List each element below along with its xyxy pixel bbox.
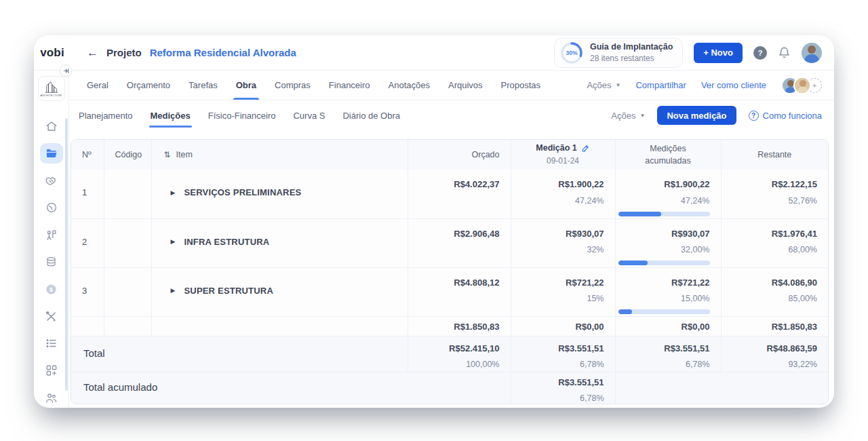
measurement-cell: R$0,00 bbox=[511, 316, 615, 336]
coins-icon[interactable] bbox=[40, 252, 63, 272]
tab-compras[interactable]: Compras bbox=[275, 71, 311, 100]
subtab-planejamento[interactable]: Planejamento bbox=[79, 100, 133, 130]
expand-row-icon[interactable]: ▶ bbox=[171, 287, 176, 294]
company-logo-caption: ARCHITECTURE bbox=[40, 94, 62, 97]
measurement-cell[interactable]: R$930,0732% bbox=[511, 218, 615, 267]
table-row: 2 ▶ INFRA ESTRUTURA R$2.906,48 R$930,073 bbox=[71, 218, 828, 267]
col-header-budget: Orçado bbox=[408, 140, 511, 170]
measurement-cell[interactable]: R$1.900,2247,24% bbox=[511, 170, 615, 218]
remaining-cell: R$1.850,83 bbox=[721, 316, 828, 336]
tab-arquivos[interactable]: Arquivos bbox=[448, 71, 483, 100]
row-code bbox=[104, 316, 151, 336]
expand-sidebar-icon[interactable] bbox=[60, 64, 72, 77]
tab-obra[interactable]: Obra bbox=[236, 71, 256, 100]
tab-anotacoes[interactable]: Anotações bbox=[389, 71, 430, 100]
list-icon[interactable] bbox=[40, 333, 63, 353]
progress-bar bbox=[618, 309, 710, 314]
budget-cell: R$4.808,12 bbox=[408, 267, 511, 316]
sort-icon[interactable]: ⇅ bbox=[164, 150, 171, 159]
dollar-icon[interactable]: $ bbox=[40, 279, 63, 299]
guide-progress-ring: 30% bbox=[560, 41, 583, 64]
home-icon[interactable] bbox=[40, 116, 63, 136]
share-link[interactable]: Compartilhar bbox=[635, 80, 686, 90]
budget-cell: R$2.906,48 bbox=[408, 218, 511, 267]
total-remaining-cell: R$48.863,5993,22% bbox=[721, 336, 828, 372]
remaining-cell: R$2.122,1552,76% bbox=[721, 170, 828, 218]
progress-bar bbox=[618, 212, 710, 216]
help-icon[interactable]: ? bbox=[753, 46, 767, 60]
accumulated-cell: R$721,2215,00% bbox=[615, 267, 721, 316]
edit-measurement-icon[interactable] bbox=[581, 144, 590, 153]
handshake-icon[interactable] bbox=[40, 170, 63, 191]
guide-title: Guia de Implantação bbox=[590, 41, 673, 53]
remaining-cell: R$4.086,9085,00% bbox=[721, 267, 828, 316]
total-accumulated-cell: R$3.551,516,78% bbox=[615, 336, 721, 372]
measurement-date: 09-01-24 bbox=[511, 155, 615, 167]
measurement-cell[interactable]: R$721,2215% bbox=[511, 267, 615, 316]
app-window: vobi ← Projeto Reforma Residencial Alvor… bbox=[34, 35, 834, 408]
implementation-guide-card[interactable]: 30% Guia de Implantação 28 itens restant… bbox=[554, 38, 683, 68]
row-code bbox=[104, 267, 151, 316]
row-code bbox=[104, 170, 151, 218]
gauge-icon[interactable] bbox=[40, 197, 63, 218]
chevron-down-icon: ▼ bbox=[639, 113, 645, 119]
col-header-num: Nº bbox=[71, 140, 104, 170]
remaining-cell: R$1.976,4168,00% bbox=[721, 218, 828, 267]
row-number: 3 bbox=[71, 267, 104, 316]
project-title-link[interactable]: Reforma Residencial Alvorada bbox=[150, 47, 296, 58]
total-measurement-cell: R$3.551,516,78% bbox=[511, 336, 615, 372]
row-item: ▶ INFRA ESTRUTURA bbox=[151, 218, 408, 267]
new-measurement-button[interactable]: Nova medição bbox=[657, 106, 736, 125]
back-arrow-icon[interactable]: ← bbox=[87, 46, 98, 60]
users-icon[interactable] bbox=[40, 387, 63, 408]
team-avatar-2[interactable] bbox=[793, 77, 811, 94]
tab-geral[interactable]: Geral bbox=[87, 71, 108, 100]
tab-propostas[interactable]: Propostas bbox=[501, 71, 541, 100]
worker-icon[interactable] bbox=[40, 225, 63, 245]
tools-icon[interactable] bbox=[40, 306, 63, 326]
row-number: 1 bbox=[71, 170, 104, 218]
vobi-logo: vobi bbox=[34, 46, 71, 60]
new-button[interactable]: + Novo bbox=[694, 43, 743, 63]
top-bar: vobi ← Projeto Reforma Residencial Alvor… bbox=[34, 35, 834, 71]
row-number bbox=[71, 316, 104, 336]
subtab-medicoes[interactable]: Medições bbox=[151, 100, 191, 130]
svg-text:$: $ bbox=[50, 285, 54, 292]
project-actions-dropdown[interactable]: Ações▼ bbox=[587, 80, 620, 90]
col-header-remaining: Restante bbox=[721, 140, 828, 170]
row-number: 2 bbox=[71, 218, 104, 267]
guide-percent: 30% bbox=[560, 41, 583, 64]
subtab-curva-s[interactable]: Curva S bbox=[293, 100, 325, 130]
tab-tarefas[interactable]: Tarefas bbox=[189, 71, 218, 100]
accumulated-cell: R$930,0732,00% bbox=[615, 218, 721, 267]
subtab-fisico-financeiro[interactable]: Físico-Financeiro bbox=[208, 100, 276, 130]
company-logo[interactable]: ARCHITECTURE bbox=[38, 76, 65, 101]
tab-financeiro[interactable]: Financeiro bbox=[329, 71, 370, 100]
table-header-row: Nº Código ⇅Item Orçado Medição 1 bbox=[71, 140, 828, 170]
measurements-actions-dropdown[interactable]: Ações▼ bbox=[611, 111, 645, 121]
folder-icon[interactable] bbox=[40, 143, 63, 164]
sidebar-scrollbar[interactable] bbox=[65, 118, 68, 391]
tab-orcamento[interactable]: Orçamento bbox=[127, 71, 170, 100]
how-it-works-link[interactable]: ? Como funciona bbox=[749, 111, 822, 121]
budget-cell: R$1.850,83 bbox=[408, 316, 511, 336]
team-avatars: + bbox=[781, 77, 822, 94]
total-accumulated-row: Total acumulado R$3.551,516,78% bbox=[71, 372, 828, 404]
budget-cell: R$4.022,37 bbox=[408, 170, 511, 218]
obra-subtabs-bar: Planejamento Medições Físico-Financeiro … bbox=[69, 100, 834, 130]
row-item: ▶ SERVIÇOS PRELIMINARES bbox=[151, 170, 408, 218]
user-avatar[interactable] bbox=[802, 43, 822, 63]
table-row: 3 ▶ SUPER ESTRUTURA R$4.808,12 R$721,221 bbox=[71, 267, 828, 316]
subtab-diario-de-obra[interactable]: Diário de Obra bbox=[342, 100, 400, 130]
progress-bar bbox=[618, 261, 710, 265]
total-label: Total bbox=[71, 336, 408, 372]
expand-row-icon[interactable]: ▶ bbox=[171, 189, 176, 196]
grid-plus-icon[interactable] bbox=[40, 360, 63, 381]
row-item bbox=[151, 316, 408, 336]
question-circle-icon: ? bbox=[749, 111, 759, 121]
total-accumulated-label: Total acumulado bbox=[71, 372, 511, 404]
view-as-client-link[interactable]: Ver como cliente bbox=[701, 80, 766, 90]
accumulated-cell: R$1.900,2247,24% bbox=[615, 170, 721, 218]
expand-row-icon[interactable]: ▶ bbox=[171, 238, 176, 245]
notifications-bell-icon[interactable] bbox=[778, 46, 791, 59]
